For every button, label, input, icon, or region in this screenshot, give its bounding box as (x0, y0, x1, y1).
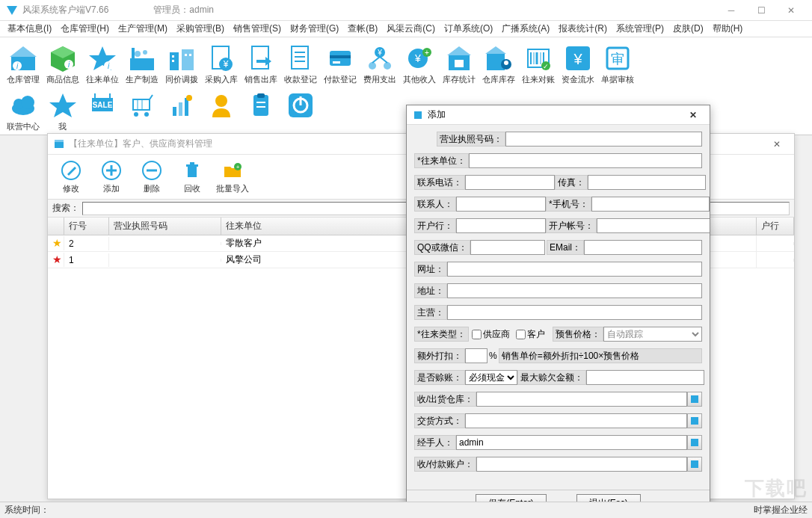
toolbar-user[interactable] (201, 87, 241, 135)
checkbox-customer[interactable] (516, 330, 526, 339)
svg-rect-44 (455, 60, 464, 67)
menu-warehouse[interactable]: 仓库管理(H) (56, 21, 114, 37)
menu-order[interactable]: 订单系统(O) (440, 21, 497, 37)
svg-point-77 (186, 95, 192, 101)
svg-marker-1 (10, 46, 37, 57)
toolbar-power[interactable] (280, 87, 320, 135)
toolbar-sales-out[interactable]: 销售出库 (241, 40, 280, 87)
add-dialog: 添加 ✕ 营业执照号码： *往来单位： 联系电话： 传真： 联系人： *手机号： (406, 105, 710, 517)
input-unit[interactable] (469, 153, 702, 168)
select-presale[interactable]: 自动跟踪 (603, 327, 702, 342)
picker-delivery[interactable] (687, 413, 702, 428)
input-pay-account[interactable] (476, 457, 687, 472)
sw-edit-button[interactable]: 修改 (51, 158, 91, 196)
menu-basic[interactable]: 基本信息(I) (3, 21, 56, 37)
toolbar-alliance[interactable]: 联营中心 (3, 87, 43, 135)
sw-recycle-button[interactable]: 回收 (172, 158, 212, 196)
input-bank[interactable] (456, 218, 546, 233)
input-contact[interactable] (456, 197, 546, 212)
picker-warehouse[interactable] (687, 392, 702, 407)
menu-sales[interactable]: 销售管理(S) (229, 21, 286, 37)
sw-add-button[interactable]: 添加 (91, 158, 132, 196)
svg-text:+: + (236, 164, 240, 170)
toolbar-chart[interactable] (162, 87, 201, 135)
input-account[interactable] (597, 218, 710, 233)
input-handler[interactable] (456, 435, 687, 450)
picker-pay-account[interactable] (687, 457, 702, 472)
dialog-close-button[interactable]: ✕ (683, 110, 704, 120)
input-mobile[interactable] (591, 197, 710, 212)
svg-rect-102 (691, 439, 698, 446)
grid-col-license[interactable]: 营业执照号码 (109, 218, 221, 235)
app-logo-icon (6, 4, 18, 16)
checkbox-customer-wrap[interactable]: 客户 (516, 328, 545, 341)
input-license[interactable] (505, 132, 702, 147)
toolbar-expense[interactable]: ¥费用支出 (360, 40, 399, 87)
toolbar-stock-stat[interactable]: 库存统计 (439, 40, 479, 87)
toolbar-price-transfer[interactable]: 同价调拨 (162, 40, 201, 87)
toolbar-other-income[interactable]: ¥+其他收入 (399, 40, 439, 87)
grid-col-bank[interactable]: 户行 (757, 218, 794, 235)
toolbar-warehouse-mgmt[interactable]: i仓库管理 (3, 40, 43, 87)
svg-text:审: 审 (611, 52, 624, 67)
svg-text:✓: ✓ (543, 63, 549, 70)
star-icon (47, 90, 79, 120)
svg-rect-74 (173, 107, 176, 116)
toolbar-sale[interactable]: SALE (82, 87, 122, 135)
toolbar-reconcile[interactable]: ✓往来对账 (518, 40, 558, 87)
search-label: 搜索： (52, 202, 79, 215)
input-url[interactable] (447, 262, 702, 277)
toolbar-me[interactable]: 我 (43, 87, 82, 135)
input-addr[interactable] (447, 283, 702, 298)
input-max-debt[interactable] (586, 370, 704, 385)
menu-system[interactable]: 系统管理(P) (612, 21, 668, 37)
toolbar-product-info[interactable]: i商品信息 (43, 40, 82, 87)
toolbar-cash-flow[interactable]: ¥资金流水 (558, 40, 597, 87)
input-email[interactable] (584, 240, 702, 255)
sw-import-button[interactable]: +批量导入 (212, 158, 253, 196)
toolbar-cart[interactable] (122, 87, 162, 135)
barcode-icon: ✓ (523, 43, 554, 73)
input-phone[interactable] (465, 175, 555, 190)
toolbar-warehouse-stock[interactable]: 仓库库存 (479, 40, 518, 87)
svg-point-63 (21, 96, 34, 109)
checkbox-supplier-wrap[interactable]: 供应商 (472, 328, 510, 341)
menu-audit[interactable]: 查帐(B) (343, 21, 382, 37)
input-fax[interactable] (588, 175, 706, 190)
grid-col-row[interactable]: 行号 (64, 218, 109, 235)
input-discount[interactable] (465, 348, 487, 363)
menu-cloud[interactable]: 风渠云商(C) (382, 21, 440, 37)
input-warehouse[interactable] (476, 392, 687, 407)
toolbar-payment[interactable]: 付款登记 (320, 40, 360, 87)
close-button[interactable]: ✕ (776, 0, 806, 21)
maximize-button[interactable]: ☐ (746, 0, 776, 21)
toolbar-manufacture[interactable]: 生产制造 (122, 40, 162, 87)
minimize-button[interactable]: ─ (716, 0, 746, 21)
power-icon (285, 90, 316, 121)
input-qq[interactable] (470, 240, 545, 255)
checkbox-supplier[interactable] (472, 330, 482, 339)
menu-broadcast[interactable]: 广播系统(A) (497, 21, 554, 37)
select-credit[interactable]: 必须现金 (465, 370, 517, 385)
menu-skin[interactable]: 皮肤(D) (668, 21, 708, 37)
input-delivery[interactable] (465, 413, 687, 428)
svg-rect-94 (188, 167, 197, 177)
picker-handler[interactable] (687, 435, 702, 450)
toolbar-doc-audit[interactable]: 审单据审核 (597, 40, 637, 87)
input-main[interactable] (447, 305, 702, 320)
subwindow-close-button[interactable]: ✕ (766, 139, 788, 149)
menu-production[interactable]: 生产管理(M) (114, 21, 172, 37)
toolbar-clipboard[interactable] (241, 87, 280, 135)
discount-formula: 销售单价=额外折扣÷100×预售价格 (499, 348, 702, 363)
star-icon: ★ (52, 254, 62, 265)
toolbar-business-unit[interactable]: i往来单位 (82, 40, 122, 87)
toolbar-purchase-in[interactable]: ¥采购入库 (201, 40, 241, 87)
sw-delete-button[interactable]: 删除 (132, 158, 172, 196)
menu-help[interactable]: 帮助(H) (708, 21, 748, 37)
menu-purchase[interactable]: 采购管理(B) (172, 21, 229, 37)
menu-report[interactable]: 报表统计(R) (554, 21, 612, 37)
grid-col-star[interactable] (48, 218, 64, 235)
svg-point-35 (384, 62, 391, 70)
menu-finance[interactable]: 财务管理(G) (286, 21, 343, 37)
toolbar-receipt[interactable]: 收款登记 (280, 40, 320, 87)
